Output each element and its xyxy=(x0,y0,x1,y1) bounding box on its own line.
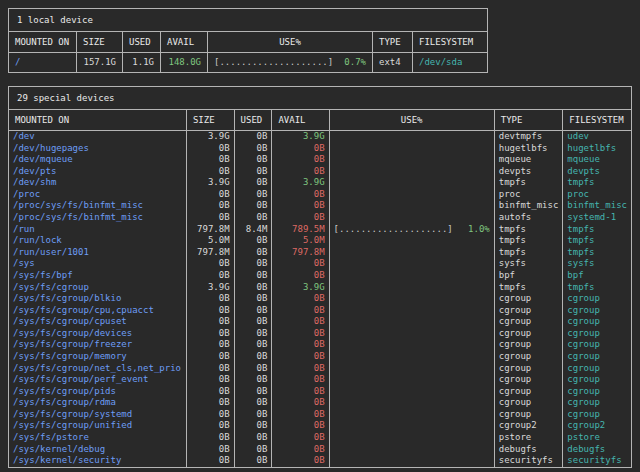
size-cell: 797.8M xyxy=(186,224,234,236)
column-header-use-: USE% xyxy=(329,110,494,131)
filesystem-cell: bpf xyxy=(563,270,632,282)
type-cell: bpf xyxy=(494,270,563,282)
size-cell: 0B xyxy=(186,166,234,178)
avail-cell: 0B xyxy=(272,189,329,201)
size-cell: 0B xyxy=(186,305,234,317)
size-cell: 0B xyxy=(186,212,234,224)
type-cell: ext4 xyxy=(373,53,413,73)
size-cell: 797.8M xyxy=(186,247,234,259)
avail-cell: 0B xyxy=(272,363,329,375)
use-percent-cell xyxy=(329,420,494,432)
device-row: /proc0B0B0Bprocproc xyxy=(9,189,632,201)
avail-cell: 0B xyxy=(272,397,329,409)
type-cell: pstore xyxy=(494,432,563,444)
size-cell: 3.9G xyxy=(186,177,234,189)
terminal-window: 1 local deviceMOUNTED ONSIZEUSEDAVAILUSE… xyxy=(0,0,640,472)
filesystem-cell: cgroup xyxy=(563,351,632,363)
used-cell: 0B xyxy=(234,154,272,166)
size-cell: 0B xyxy=(186,420,234,432)
mount-cell: /sys/fs/bpf xyxy=(9,270,187,282)
type-cell: tmpfs xyxy=(494,247,563,259)
table-header-row: MOUNTED ONSIZEUSEDAVAILUSE%TYPEFILESYSTE… xyxy=(9,110,632,131)
special-devices-table: 29 special devicesMOUNTED ONSIZEUSEDAVAI… xyxy=(8,86,632,468)
device-row: /run/lock5.0M0B5.0Mtmpfstmpfs xyxy=(9,235,632,247)
used-cell: 0B xyxy=(234,212,272,224)
device-row: /sys/fs/cgroup/perf_event0B0B0Bcgroupcgr… xyxy=(9,374,632,386)
avail-cell: 0B xyxy=(272,339,329,351)
used-cell: 0B xyxy=(234,444,272,456)
column-header-avail: AVAIL xyxy=(272,110,329,131)
filesystem-cell: /dev/sda xyxy=(413,53,488,73)
mount-cell: /sys/kernel/security xyxy=(9,455,187,467)
use-percent-cell xyxy=(329,409,494,421)
device-row: /sys/fs/bpf0B0B0Bbpfbpf xyxy=(9,270,632,282)
used-cell: 0B xyxy=(234,305,272,317)
device-row: /sys/fs/cgroup/unified0B0B0Bcgroup2cgrou… xyxy=(9,420,632,432)
size-cell: 0B xyxy=(186,339,234,351)
size-cell: 0B xyxy=(186,386,234,398)
type-cell: cgroup xyxy=(494,351,563,363)
device-row: /sys/fs/cgroup/devices0B0B0Bcgroupcgroup xyxy=(9,328,632,340)
device-row: /sys/kernel/debug0B0B0Bdebugfsdebugfs xyxy=(9,444,632,456)
use-percent-cell xyxy=(329,363,494,375)
device-row: /157.1G1.1G148.0G[....................]0… xyxy=(9,53,488,73)
mount-cell: /sys xyxy=(9,258,187,270)
type-cell: debugfs xyxy=(494,444,563,456)
column-header-filesystem: FILESYSTEM xyxy=(563,110,632,131)
used-cell: 0B xyxy=(234,363,272,375)
filesystem-cell: tmpfs xyxy=(563,282,632,294)
size-cell: 0B xyxy=(186,154,234,166)
size-cell: 0B xyxy=(186,432,234,444)
type-cell: cgroup xyxy=(494,386,563,398)
mount-cell: /sys/fs/cgroup/devices xyxy=(9,328,187,340)
type-cell: tmpfs xyxy=(494,282,563,294)
used-cell: 0B xyxy=(234,455,272,467)
avail-cell: 0B xyxy=(272,166,329,178)
type-cell: autofs xyxy=(494,212,563,224)
use-percent-cell xyxy=(329,131,494,143)
use-percent-cell xyxy=(329,258,494,270)
filesystem-cell: devpts xyxy=(563,166,632,178)
filesystem-cell: tmpfs xyxy=(563,177,632,189)
device-row: /sys/fs/cgroup/freezer0B0B0Bcgroupcgroup xyxy=(9,339,632,351)
size-cell: 0B xyxy=(186,270,234,282)
size-cell: 0B xyxy=(186,316,234,328)
use-percent-cell xyxy=(329,247,494,259)
avail-cell: 0B xyxy=(272,154,329,166)
type-cell: hugetlbfs xyxy=(494,143,563,155)
use-percent-cell xyxy=(329,432,494,444)
avail-cell: 5.0M xyxy=(272,235,329,247)
column-header-avail: AVAIL xyxy=(161,32,208,53)
mount-cell: /sys/kernel/debug xyxy=(9,444,187,456)
avail-cell: 148.0G xyxy=(161,53,208,73)
device-row: /sys/fs/cgroup/pids0B0B0Bcgroupcgroup xyxy=(9,386,632,398)
type-cell: proc xyxy=(494,189,563,201)
mount-cell: /sys/fs/cgroup/freezer xyxy=(9,339,187,351)
avail-cell: 0B xyxy=(272,351,329,363)
used-cell: 0B xyxy=(234,235,272,247)
type-cell: cgroup xyxy=(494,339,563,351)
usage-bar: [....................]1.0% xyxy=(334,224,490,236)
use-percent-cell xyxy=(329,351,494,363)
use-percent-cell xyxy=(329,339,494,351)
use-percent-cell xyxy=(329,316,494,328)
device-row: /sys/fs/cgroup/net_cls,net_prio0B0B0Bcgr… xyxy=(9,363,632,375)
avail-cell: 0B xyxy=(272,270,329,282)
size-cell: 0B xyxy=(186,351,234,363)
type-cell: cgroup xyxy=(494,374,563,386)
column-header-type: TYPE xyxy=(373,32,413,53)
size-cell: 0B xyxy=(186,455,234,467)
type-cell: tmpfs xyxy=(494,224,563,236)
use-percent-cell xyxy=(329,200,494,212)
filesystem-cell: cgroup xyxy=(563,328,632,340)
used-cell: 0B xyxy=(234,432,272,444)
usage-bar-track: [....................] xyxy=(334,224,453,236)
type-cell: binfmt_misc xyxy=(494,200,563,212)
type-cell: cgroup2 xyxy=(494,420,563,432)
filesystem-cell: cgroup xyxy=(563,409,632,421)
device-row: /sys/fs/cgroup/cpuset0B0B0Bcgroupcgroup xyxy=(9,316,632,328)
filesystem-cell: proc xyxy=(563,189,632,201)
size-cell: 0B xyxy=(186,143,234,155)
used-cell: 0B xyxy=(234,339,272,351)
use-percent-cell xyxy=(329,397,494,409)
